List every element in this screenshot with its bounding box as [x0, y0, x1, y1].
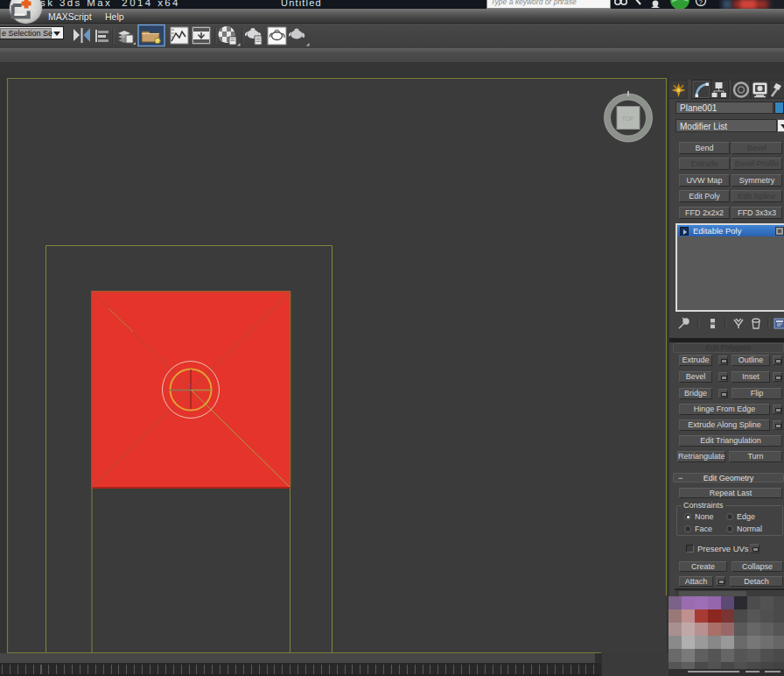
svg-text:TOP: TOP: [622, 116, 635, 122]
svg-text:z: z: [189, 381, 192, 389]
svg-text:?: ?: [699, 0, 704, 6]
